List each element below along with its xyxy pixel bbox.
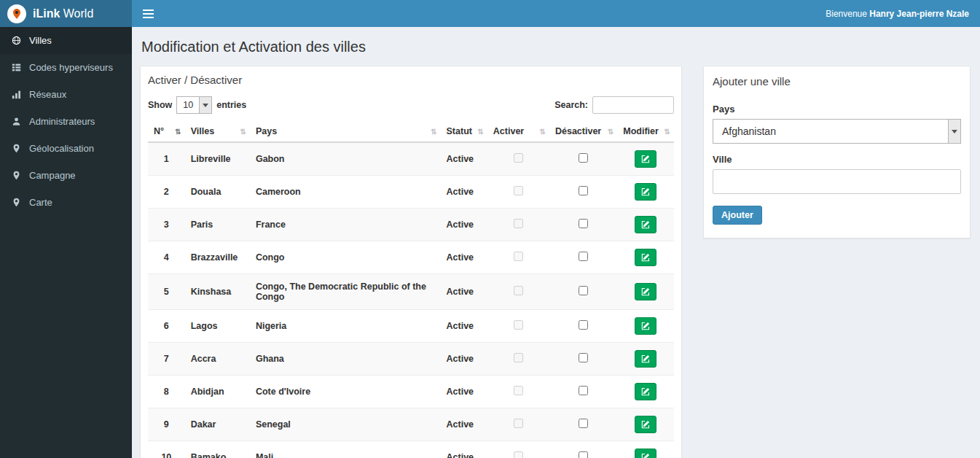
ville-cell: Brazzaville — [185, 241, 250, 274]
modifier-button[interactable] — [635, 350, 656, 368]
ville-label: Ville — [713, 154, 961, 165]
statut-cell: Active — [441, 441, 487, 458]
map-marker-icon — [11, 171, 22, 180]
desactiver-checkbox[interactable] — [579, 320, 588, 330]
entries-label: entries — [216, 100, 246, 110]
column-header-statut[interactable]: Statut⇅ — [441, 121, 487, 142]
sidebar-item-carte[interactable]: Carte — [0, 189, 132, 216]
modifier-button[interactable] — [635, 383, 656, 400]
ajouter-button[interactable]: Ajouter — [713, 206, 762, 225]
modifier-button[interactable] — [635, 449, 656, 458]
sidebar-item-label: Codes hyperviseurs — [29, 62, 113, 73]
desactiver-checkbox[interactable] — [579, 419, 588, 428]
sidebar-item-label: Administrateurs — [29, 116, 95, 127]
statut-cell: Active — [441, 176, 487, 209]
app-logo-icon — [7, 4, 26, 23]
activer-checkbox — [514, 353, 523, 362]
sort-icon[interactable]: ⇅ — [477, 128, 483, 136]
column-header-num[interactable]: N°⇅ — [148, 121, 185, 142]
desactiver-checkbox[interactable] — [579, 451, 588, 458]
page-length-select[interactable]: 10 — [176, 96, 212, 114]
pays-cell: Congo, The Democratic Republic of the Co… — [250, 274, 441, 310]
sort-icon[interactable]: ⇅ — [240, 128, 246, 136]
edit-icon — [641, 322, 650, 330]
pays-cell: Cameroon — [250, 176, 441, 209]
edit-icon — [641, 187, 650, 196]
modifier-button[interactable] — [635, 283, 656, 300]
pays-cell: Ghana — [250, 343, 441, 376]
sidebar-toggle-icon[interactable] — [143, 0, 165, 27]
activer-checkbox — [514, 419, 523, 428]
activer-checkbox — [514, 186, 523, 195]
villes-table-card: Activer / Désactiver Show 10 entries Sea… — [140, 66, 682, 458]
row-number-cell: 1 — [148, 142, 185, 176]
edit-icon — [641, 287, 650, 296]
ville-cell: Accra — [185, 343, 250, 376]
sidebar-item-codes-hyperviseurs[interactable]: Codes hyperviseurs — [0, 54, 132, 81]
sort-icon[interactable]: ⇅ — [608, 128, 614, 136]
modifier-button[interactable] — [635, 183, 656, 201]
sort-icon[interactable]: ⇅ — [175, 128, 181, 136]
main-content: Modification et Activation des villes Ac… — [132, 27, 980, 458]
desactiver-checkbox[interactable] — [579, 252, 588, 261]
modifier-button[interactable] — [635, 416, 656, 433]
sidebar-item-administrateurs[interactable]: Administrateurs — [0, 108, 132, 135]
chevron-down-icon — [199, 97, 211, 113]
villes-table-body: 1 Libreville Gabon Active 2 Douala Camer… — [148, 142, 674, 458]
sort-icon[interactable]: ⇅ — [431, 128, 436, 136]
welcome-message: Bienvenue Hanry Jean-pierre Nzale — [826, 9, 969, 19]
table-row: 10 Bamako Mali Active — [148, 441, 674, 458]
pays-cell: France — [250, 209, 441, 241]
sidebar-item-reseaux[interactable]: Réseaux — [0, 81, 132, 108]
add-ville-card: Ajouter une ville Pays Afghanistan Ville… — [703, 66, 971, 238]
column-header-desactiver[interactable]: Désactiver⇅ — [549, 121, 617, 142]
edit-icon — [641, 253, 650, 262]
globe-icon — [11, 36, 22, 45]
sidebar-item-campagne[interactable]: Campagne — [0, 162, 132, 189]
activer-checkbox — [514, 252, 523, 261]
desactiver-checkbox[interactable] — [579, 219, 588, 228]
statut-cell: Active — [441, 408, 487, 441]
column-header-activer[interactable]: Activer⇅ — [487, 121, 549, 142]
modifier-button[interactable] — [635, 150, 656, 168]
statut-cell: Active — [441, 310, 487, 343]
ville-cell: Douala — [185, 176, 250, 209]
app-title: iLink World — [33, 7, 93, 20]
row-number-cell: 8 — [148, 376, 185, 408]
statut-cell: Active — [441, 343, 487, 376]
search-input[interactable] — [592, 96, 674, 114]
desactiver-checkbox[interactable] — [579, 286, 588, 295]
activer-checkbox — [514, 286, 523, 295]
navbar-body: Bienvenue Hanry Jean-pierre Nzale — [132, 0, 980, 27]
modifier-button[interactable] — [635, 317, 656, 335]
ville-input[interactable] — [713, 169, 961, 194]
pays-label: Pays — [713, 104, 961, 114]
column-header-pays[interactable]: Pays⇅ — [250, 121, 441, 142]
ville-cell: Libreville — [185, 142, 250, 176]
sidebar-item-label: Réseaux — [29, 89, 66, 100]
modifier-button[interactable] — [635, 216, 656, 233]
list-icon — [11, 63, 22, 72]
pays-select[interactable]: Afghanistan — [713, 119, 961, 144]
bar-chart-icon — [11, 90, 22, 99]
sidebar-item-label: Campagne — [29, 170, 76, 181]
brand-area[interactable]: iLink World — [0, 0, 132, 27]
sidebar-item-geolocalisation[interactable]: Géolocalisation — [0, 135, 132, 162]
desactiver-checkbox[interactable] — [579, 386, 588, 395]
desactiver-checkbox[interactable] — [579, 353, 588, 362]
sort-icon[interactable]: ⇅ — [665, 128, 670, 136]
desactiver-checkbox[interactable] — [579, 153, 588, 163]
add-card-title: Ajouter une ville — [704, 66, 970, 95]
modifier-button[interactable] — [635, 249, 656, 266]
desactiver-checkbox[interactable] — [579, 186, 588, 195]
map-marker-icon — [11, 198, 22, 207]
table-row: 6 Lagos Nigeria Active — [148, 310, 674, 343]
table-row: 7 Accra Ghana Active — [148, 343, 674, 376]
pays-cell: Congo — [250, 241, 441, 274]
sidebar-item-label: Carte — [29, 197, 52, 208]
sidebar-item-villes[interactable]: Villes — [0, 27, 132, 54]
sort-icon[interactable]: ⇅ — [540, 128, 546, 136]
column-header-modifier[interactable]: Modifier⇅ — [617, 121, 674, 142]
page-title: Modification et Activation des villes — [141, 39, 971, 55]
column-header-villes[interactable]: Villes⇅ — [185, 121, 250, 142]
